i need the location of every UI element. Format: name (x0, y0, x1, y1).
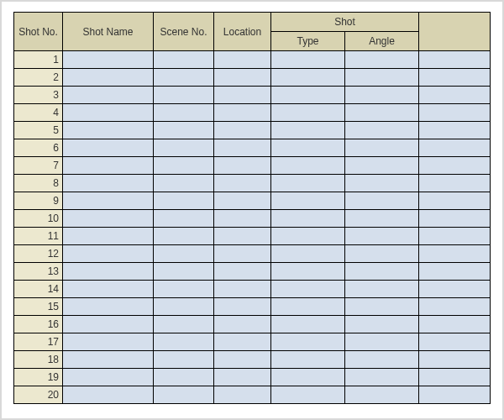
cell-shot-angle[interactable] (345, 69, 419, 87)
cell-shot-name[interactable] (63, 122, 154, 139)
cell-shot-angle[interactable] (345, 139, 419, 157)
cell-shot-name[interactable] (63, 281, 154, 298)
cell-extra[interactable] (419, 316, 491, 333)
cell-shot-angle[interactable] (345, 281, 419, 298)
cell-location[interactable] (214, 192, 271, 210)
cell-shot-type[interactable] (271, 51, 345, 69)
cell-location[interactable] (214, 228, 271, 245)
cell-extra[interactable] (419, 351, 491, 369)
cell-scene-no[interactable] (154, 281, 214, 298)
cell-shot-name[interactable] (63, 192, 154, 210)
cell-shot-no[interactable]: 9 (14, 192, 63, 210)
cell-scene-no[interactable] (154, 386, 214, 404)
cell-shot-angle[interactable] (345, 351, 419, 369)
cell-extra[interactable] (419, 122, 491, 139)
cell-location[interactable] (214, 298, 271, 316)
cell-extra[interactable] (419, 333, 491, 351)
cell-shot-type[interactable] (271, 69, 345, 87)
cell-shot-name[interactable] (63, 245, 154, 263)
cell-shot-angle[interactable] (345, 333, 419, 351)
cell-location[interactable] (214, 316, 271, 333)
cell-scene-no[interactable] (154, 333, 214, 351)
cell-shot-no[interactable]: 15 (14, 298, 63, 316)
cell-scene-no[interactable] (154, 104, 214, 122)
cell-shot-angle[interactable] (345, 298, 419, 316)
cell-shot-name[interactable] (63, 386, 154, 404)
cell-extra[interactable] (419, 104, 491, 122)
cell-shot-angle[interactable] (345, 316, 419, 333)
cell-extra[interactable] (419, 369, 491, 386)
cell-shot-name[interactable] (63, 298, 154, 316)
cell-shot-no[interactable]: 7 (14, 157, 63, 175)
cell-location[interactable] (214, 175, 271, 192)
cell-location[interactable] (214, 333, 271, 351)
cell-shot-type[interactable] (271, 122, 345, 139)
cell-location[interactable] (214, 69, 271, 87)
cell-shot-no[interactable]: 2 (14, 69, 63, 87)
cell-shot-type[interactable] (271, 298, 345, 316)
cell-scene-no[interactable] (154, 298, 214, 316)
cell-shot-name[interactable] (63, 351, 154, 369)
cell-location[interactable] (214, 51, 271, 69)
cell-shot-type[interactable] (271, 210, 345, 228)
cell-extra[interactable] (419, 51, 491, 69)
cell-shot-angle[interactable] (345, 210, 419, 228)
cell-shot-type[interactable] (271, 228, 345, 245)
cell-location[interactable] (214, 104, 271, 122)
cell-shot-name[interactable] (63, 228, 154, 245)
cell-location[interactable] (214, 386, 271, 404)
cell-extra[interactable] (419, 175, 491, 192)
cell-extra[interactable] (419, 228, 491, 245)
cell-extra[interactable] (419, 139, 491, 157)
cell-shot-name[interactable] (63, 87, 154, 104)
cell-scene-no[interactable] (154, 316, 214, 333)
cell-scene-no[interactable] (154, 192, 214, 210)
cell-location[interactable] (214, 351, 271, 369)
cell-shot-name[interactable] (63, 210, 154, 228)
cell-shot-name[interactable] (63, 333, 154, 351)
cell-shot-angle[interactable] (345, 228, 419, 245)
cell-shot-type[interactable] (271, 369, 345, 386)
cell-shot-type[interactable] (271, 281, 345, 298)
cell-location[interactable] (214, 157, 271, 175)
cell-shot-name[interactable] (63, 139, 154, 157)
cell-shot-name[interactable] (63, 316, 154, 333)
cell-shot-no[interactable]: 3 (14, 87, 63, 104)
cell-shot-type[interactable] (271, 386, 345, 404)
cell-location[interactable] (214, 210, 271, 228)
cell-shot-type[interactable] (271, 157, 345, 175)
cell-shot-type[interactable] (271, 192, 345, 210)
cell-shot-no[interactable]: 1 (14, 51, 63, 69)
cell-shot-no[interactable]: 17 (14, 333, 63, 351)
cell-scene-no[interactable] (154, 157, 214, 175)
cell-shot-type[interactable] (271, 316, 345, 333)
cell-location[interactable] (214, 245, 271, 263)
cell-location[interactable] (214, 87, 271, 104)
cell-shot-name[interactable] (63, 263, 154, 281)
cell-extra[interactable] (419, 69, 491, 87)
cell-extra[interactable] (419, 157, 491, 175)
cell-shot-angle[interactable] (345, 386, 419, 404)
cell-scene-no[interactable] (154, 228, 214, 245)
cell-scene-no[interactable] (154, 245, 214, 263)
cell-extra[interactable] (419, 263, 491, 281)
cell-scene-no[interactable] (154, 175, 214, 192)
cell-scene-no[interactable] (154, 51, 214, 69)
cell-shot-name[interactable] (63, 51, 154, 69)
cell-location[interactable] (214, 263, 271, 281)
cell-shot-type[interactable] (271, 333, 345, 351)
cell-location[interactable] (214, 281, 271, 298)
cell-shot-no[interactable]: 10 (14, 210, 63, 228)
cell-shot-angle[interactable] (345, 157, 419, 175)
cell-scene-no[interactable] (154, 87, 214, 104)
cell-extra[interactable] (419, 245, 491, 263)
cell-shot-type[interactable] (271, 139, 345, 157)
cell-scene-no[interactable] (154, 139, 214, 157)
cell-shot-angle[interactable] (345, 245, 419, 263)
cell-scene-no[interactable] (154, 369, 214, 386)
cell-shot-no[interactable]: 13 (14, 263, 63, 281)
cell-scene-no[interactable] (154, 122, 214, 139)
cell-shot-angle[interactable] (345, 51, 419, 69)
cell-shot-angle[interactable] (345, 175, 419, 192)
cell-scene-no[interactable] (154, 263, 214, 281)
